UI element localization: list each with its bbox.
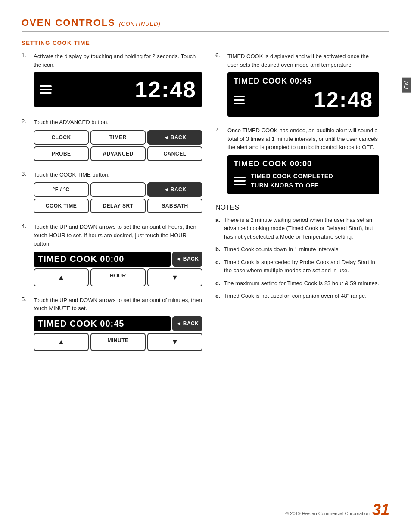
- note-d-text: The maximum setting for Timed Cook is 23…: [224, 280, 379, 286]
- step-5-arrows: ▲ MINUTE ▼: [34, 333, 202, 351]
- step-5-desc: Touch the UP and DOWN arrows to set the …: [34, 296, 202, 313]
- step-5-block: 5. Touch the UP and DOWN arrows to set t…: [22, 296, 202, 351]
- clock-button[interactable]: CLOCK: [34, 130, 89, 145]
- step-5-number: 5.: [22, 296, 30, 351]
- step-7-display: TIMED COOK 00:00 TIMED COOK COMPLETED TU…: [227, 155, 379, 194]
- clock-icon: [40, 85, 52, 94]
- step-4-desc: Touch the UP and DOWN arrows to set the …: [34, 223, 202, 248]
- advanced-button[interactable]: ADVANCED: [90, 146, 146, 161]
- notes-heading: NOTES:: [215, 204, 379, 212]
- back-button-3[interactable]: ◄ BACK: [172, 252, 202, 267]
- step-4-number: 4.: [22, 223, 30, 286]
- page-header: OVEN CONTROLS (CONTINUED): [22, 17, 389, 32]
- up-arrow-hour[interactable]: ▲: [34, 268, 89, 286]
- step-4-display-row: TIMED COOK 00:00 ◄ BACK: [34, 252, 202, 267]
- right-column: 6. TIMED COOK is displayed and will be a…: [215, 52, 379, 361]
- page-title: OVEN CONTROLS: [22, 17, 115, 28]
- note-a-text: There is a 2 minute waiting period when …: [224, 217, 373, 240]
- step-6-display-body: 12:48: [234, 87, 373, 112]
- back-button-4[interactable]: ◄ BACK: [172, 316, 202, 331]
- step-1-desc: Activate the display by touching and hol…: [34, 52, 202, 69]
- step-3-text-row: 3. Touch the COOK TIME button. °F / °C ◄…: [22, 171, 202, 214]
- back-button-1[interactable]: ◄ BACK: [147, 130, 202, 145]
- footer-copyright: © 2019 Hestan Commercial Corporation: [285, 511, 370, 516]
- step-7-text-row: 7. Once TIMED COOK has ended, an audible…: [215, 126, 379, 194]
- step-3-buttons-row2: COOK TIME DELAY SRT SABBATH: [34, 199, 202, 213]
- main-content: 1. Activate the display by touching and …: [22, 52, 389, 361]
- empty-btn-1: [90, 182, 146, 197]
- step-4-arrows: ▲ HOUR ▼: [34, 268, 202, 286]
- step-7-block: 7. Once TIMED COOK has ended, an audible…: [215, 126, 379, 194]
- completed-line2: TURN KNOBS TO OFF: [251, 181, 333, 190]
- step-4-text-row: 4. Touch the UP and DOWN arrows to set t…: [22, 223, 202, 286]
- step-2-block: 2. Touch the ADVANCED button. CLOCK TIME…: [22, 118, 202, 161]
- up-arrow-minute[interactable]: ▲: [34, 333, 89, 351]
- step-3-number: 3.: [22, 171, 30, 214]
- step-6-display-header: TIMED COOK 00:45: [234, 77, 373, 86]
- probe-button[interactable]: PROBE: [34, 146, 89, 161]
- step-1-number: 1.: [22, 52, 30, 109]
- left-column: 1. Activate the display by touching and …: [22, 52, 202, 361]
- page-footer: © 2019 Hestan Commercial Corporation 31: [285, 501, 389, 519]
- completed-icon: [234, 177, 246, 185]
- step-6-desc: TIMED COOK is displayed and will be acti…: [227, 52, 379, 69]
- note-d: d. The maximum setting for Timed Cook is…: [215, 279, 379, 288]
- note-c: c. Timed Cook is superceded by Probe Coo…: [215, 258, 379, 275]
- hour-button[interactable]: HOUR: [90, 268, 146, 286]
- completed-line1: TIMED COOK COMPLETED: [251, 172, 333, 181]
- cancel-button[interactable]: CANCEL: [147, 146, 202, 161]
- step-6-block: 6. TIMED COOK is displayed and will be a…: [215, 52, 379, 117]
- step-7-display-header: TIMED COOK 00:00: [234, 159, 373, 168]
- step-6-icon: [234, 96, 245, 104]
- step-5-display: TIMED COOK 00:45: [34, 316, 171, 331]
- note-e-label: e.: [215, 292, 220, 300]
- step-4-block: 4. Touch the UP and DOWN arrows to set t…: [22, 223, 202, 286]
- step-7-number: 7.: [215, 126, 224, 194]
- step-7-completed-text: TIMED COOK COMPLETED TURN KNOBS TO OFF: [251, 172, 333, 190]
- step-1-text-row: 1. Activate the display by touching and …: [22, 52, 202, 109]
- step-1-clock-time: 12:48: [135, 77, 196, 103]
- timer-button[interactable]: TIMER: [90, 130, 146, 145]
- step-7-desc: Once TIMED COOK has ended, an audible al…: [227, 126, 379, 152]
- note-e: e. Timed Cook is not used on companion o…: [215, 292, 379, 300]
- step-2-content: Touch the ADVANCED button. CLOCK TIMER ◄…: [34, 118, 202, 161]
- step-1-clock: 12:48: [40, 77, 196, 103]
- note-d-label: d.: [215, 279, 221, 288]
- step-2-buttons-row1: CLOCK TIMER ◄ BACK: [34, 130, 202, 145]
- note-b-text: Timed Cook counts down in 1 minute inter…: [224, 246, 340, 252]
- step-1-display: 12:48: [34, 72, 202, 107]
- note-c-label: c.: [215, 258, 220, 267]
- down-arrow-minute[interactable]: ▼: [147, 333, 202, 351]
- notes-list: a. There is a 2 minute waiting period wh…: [215, 216, 379, 300]
- step-6-text-row: 6. TIMED COOK is displayed and will be a…: [215, 52, 379, 117]
- step-7-display-body: TIMED COOK COMPLETED TURN KNOBS TO OFF: [234, 172, 373, 190]
- cook-time-button[interactable]: COOK TIME: [34, 199, 89, 213]
- step-6-display: TIMED COOK 00:45 12:48: [227, 72, 379, 117]
- step-1-content: Activate the display by touching and hol…: [34, 52, 202, 109]
- delay-srt-button[interactable]: DELAY SRT: [90, 199, 146, 213]
- down-arrow-hour[interactable]: ▼: [147, 268, 202, 286]
- step-7-content: Once TIMED COOK has ended, an audible al…: [227, 126, 379, 194]
- step-2-text-row: 2. Touch the ADVANCED button. CLOCK TIME…: [22, 118, 202, 161]
- step-5-display-row: TIMED COOK 00:45 ◄ BACK: [34, 316, 202, 331]
- page-subtitle: (CONTINUED): [119, 21, 161, 27]
- step-6-content: TIMED COOK is displayed and will be acti…: [227, 52, 379, 117]
- notes-block: NOTES: a. There is a 2 minute waiting pe…: [215, 204, 379, 300]
- step-6-display-time: 12:48: [314, 87, 373, 112]
- note-c-text: Timed Cook is superceded by Probe Cook a…: [224, 259, 375, 274]
- step-2-desc: Touch the ADVANCED button.: [34, 118, 202, 127]
- temp-unit-button[interactable]: °F / °C: [34, 182, 89, 197]
- step-3-block: 3. Touch the COOK TIME button. °F / °C ◄…: [22, 171, 202, 214]
- section-heading: SETTING COOK TIME: [22, 40, 389, 46]
- sabbath-button[interactable]: SABBATH: [147, 199, 202, 213]
- footer-page-number: 31: [372, 501, 389, 519]
- step-4-content: Touch the UP and DOWN arrows to set the …: [34, 223, 202, 286]
- step-3-content: Touch the COOK TIME button. °F / °C ◄ BA…: [34, 171, 202, 214]
- minute-button[interactable]: MINUTE: [90, 333, 146, 351]
- step-5-content: Touch the UP and DOWN arrows to set the …: [34, 296, 202, 351]
- step-1-block: 1. Activate the display by touching and …: [22, 52, 202, 109]
- note-b-label: b.: [215, 245, 221, 254]
- note-a-label: a.: [215, 216, 220, 224]
- step-5-text-row: 5. Touch the UP and DOWN arrows to set t…: [22, 296, 202, 351]
- back-button-2[interactable]: ◄ BACK: [147, 182, 202, 197]
